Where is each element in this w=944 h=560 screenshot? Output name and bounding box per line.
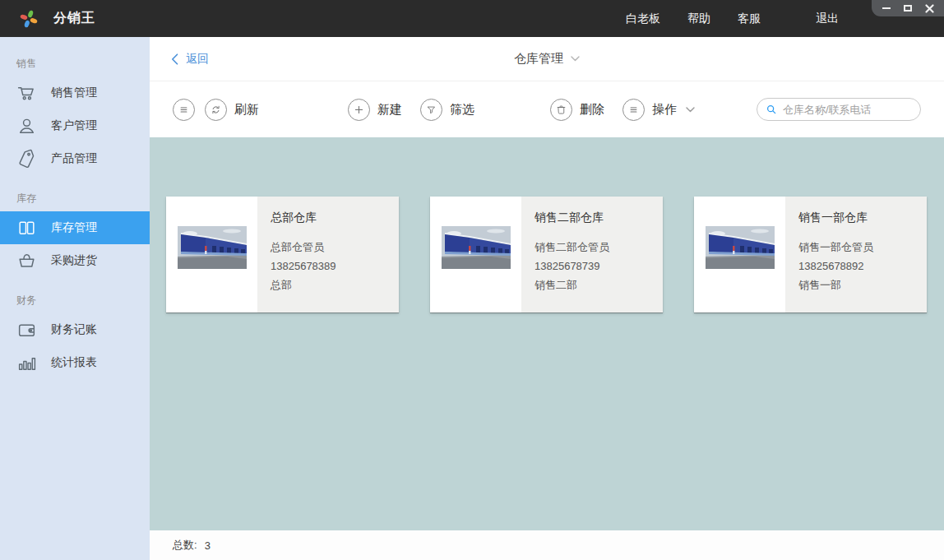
- warehouse-building-image: [442, 226, 511, 269]
- back-label: 返回: [186, 52, 209, 67]
- status-bar: 总数: 3: [150, 530, 944, 560]
- sidebar-item-bookkeeping[interactable]: 财务记账: [0, 313, 150, 346]
- back-button[interactable]: 返回: [171, 52, 209, 67]
- warehouse-name: 销售二部仓库: [534, 211, 656, 225]
- actions-dropdown-button[interactable]: 操作: [622, 99, 695, 121]
- warehouse-name: 销售一部仓库: [798, 211, 920, 225]
- new-label: 新建: [377, 102, 402, 118]
- warehouse-card[interactable]: 销售二部仓库 销售二部仓管员 13825678739 销售二部: [430, 197, 663, 312]
- refresh-label: 刷新: [234, 102, 259, 118]
- search-icon: [766, 104, 777, 115]
- user-icon: [16, 116, 37, 137]
- sidebar-item-inventory-management[interactable]: 库存管理: [0, 211, 150, 244]
- sidebar-item-product-management[interactable]: 产品管理: [0, 142, 150, 175]
- plus-icon: [353, 104, 365, 116]
- delete-label: 删除: [580, 102, 604, 118]
- chevron-down-icon: [571, 56, 580, 62]
- chevron-left-icon: [171, 53, 178, 65]
- refresh-circle: [205, 99, 227, 121]
- topnav-support[interactable]: 客服: [738, 12, 761, 26]
- sidebar-item-label: 客户管理: [51, 118, 97, 133]
- refresh-icon: [210, 104, 222, 116]
- sidebar: 销售 销售管理 客户管理 产品管理: [0, 37, 150, 560]
- topnav: 白老板 帮助 客服 退出: [626, 0, 839, 37]
- app-window: 分销王 白老板 帮助 客服 退出 销售: [0, 0, 944, 560]
- warehouse-phone: 13825678739: [534, 257, 656, 275]
- close-button[interactable]: [919, 1, 940, 16]
- new-button[interactable]: 新建: [348, 99, 402, 121]
- minimize-button[interactable]: [876, 1, 897, 16]
- sidebar-item-label: 财务记账: [51, 322, 97, 337]
- trash-icon: [555, 104, 567, 116]
- topnav-help[interactable]: 帮助: [687, 12, 710, 26]
- search-box: [757, 98, 921, 121]
- minimize-icon: [882, 7, 891, 9]
- close-icon: [925, 4, 934, 13]
- sidebar-section-inventory: 库存: [0, 190, 150, 206]
- warehouse-photo: [430, 197, 521, 312]
- filter-circle: [420, 99, 442, 121]
- topnav-user[interactable]: 白老板: [626, 12, 660, 26]
- warehouse-building-image: [706, 226, 775, 269]
- sidebar-item-label: 采购进货: [51, 253, 97, 268]
- sidebar-item-label: 统计报表: [51, 355, 97, 370]
- new-circle: [348, 99, 370, 121]
- sidebar-item-purchasing[interactable]: 采购进货: [0, 244, 150, 277]
- maximize-button[interactable]: [897, 1, 919, 16]
- sidebar-section-sales: 销售: [0, 55, 150, 72]
- warehouse-phone: 13825678389: [271, 257, 392, 275]
- funnel-icon: [425, 104, 437, 116]
- wallet-icon: [16, 320, 37, 340]
- chevron-down-icon: [686, 107, 695, 113]
- open-book-icon: [16, 218, 37, 238]
- page-title: 仓库管理: [514, 51, 563, 67]
- warehouse-card-grid: 总部仓库 总部仓管员 13825678389 总部: [150, 137, 944, 530]
- sidebar-item-label: 销售管理: [51, 86, 97, 100]
- cart-icon: [16, 83, 37, 104]
- sidebar-item-customer-management[interactable]: 客户管理: [0, 109, 150, 142]
- sidebar-section-finance: 财务: [0, 292, 150, 308]
- app-logo-pinwheel-icon: [16, 7, 41, 31]
- filter-button[interactable]: 筛选: [420, 99, 474, 121]
- warehouse-department: 总部: [271, 275, 392, 294]
- hamburger-icon: [627, 104, 640, 116]
- delete-circle: [550, 99, 572, 121]
- sidebar-item-label: 库存管理: [51, 220, 97, 235]
- total-label: 总数:: [173, 538, 197, 553]
- maximize-icon: [904, 5, 912, 12]
- warehouse-phone: 13825678892: [798, 257, 920, 275]
- sidebar-item-reports[interactable]: 统计报表: [0, 346, 150, 379]
- page-header: 返回 仓库管理: [150, 37, 944, 81]
- window-controls: [872, 0, 944, 16]
- total-value: 3: [205, 539, 211, 552]
- warehouse-manager: 销售二部仓管员: [534, 238, 656, 257]
- tag-icon: [16, 149, 37, 169]
- hamburger-icon: [178, 104, 190, 116]
- warehouse-card[interactable]: 销售一部仓库 销售一部仓管员 13825678892 销售一部: [694, 197, 927, 312]
- warehouse-department: 销售一部: [798, 275, 920, 294]
- search-input[interactable]: [783, 104, 912, 116]
- warehouse-photo: [166, 197, 257, 312]
- sidebar-item-label: 产品管理: [51, 151, 97, 166]
- topbar: 分销王 白老板 帮助 客服 退出: [0, 0, 944, 37]
- warehouse-department: 销售二部: [534, 275, 656, 294]
- warehouse-manager: 销售一部仓管员: [798, 238, 920, 257]
- sidebar-item-sales-management[interactable]: 销售管理: [0, 76, 150, 109]
- bar-chart-icon: [16, 353, 37, 373]
- warehouse-info: 销售二部仓库 销售二部仓管员 13825678739 销售二部: [521, 197, 663, 312]
- topnav-logout[interactable]: 退出: [816, 12, 839, 26]
- main-area: 返回 仓库管理: [150, 37, 944, 560]
- app-title: 分销王: [53, 10, 95, 27]
- toolbar: 刷新 新建 筛选: [150, 81, 944, 137]
- actions-circle: [622, 99, 645, 121]
- warehouse-manager: 总部仓管员: [271, 238, 392, 257]
- warehouse-card[interactable]: 总部仓库 总部仓管员 13825678389 总部: [166, 197, 399, 312]
- actions-label: 操作: [652, 102, 677, 118]
- filter-label: 筛选: [450, 102, 474, 118]
- warehouse-info: 销售一部仓库 销售一部仓管员 13825678892 销售一部: [785, 197, 927, 312]
- list-menu-button[interactable]: [173, 99, 195, 121]
- page-title-dropdown[interactable]: 仓库管理: [514, 51, 580, 67]
- delete-button[interactable]: 删除: [550, 99, 604, 121]
- basket-icon: [16, 251, 37, 271]
- refresh-button[interactable]: 刷新: [205, 99, 259, 121]
